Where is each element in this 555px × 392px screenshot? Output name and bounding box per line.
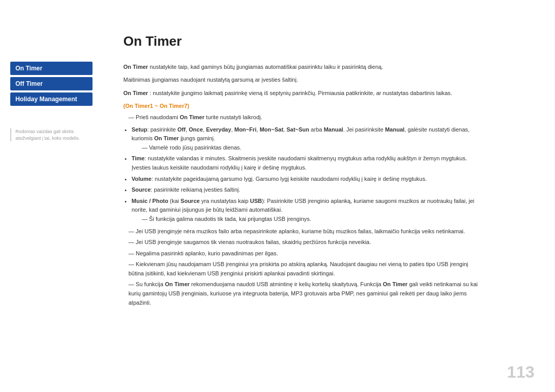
page-title: On Timer [123,31,483,52]
sub-dash-setup: Varnelė rodo jūsų pasirinktas dienas. [132,143,483,153]
bullet-list: Setup: pasirinkite Off, Once, Everyday, … [132,125,483,224]
on-timer-label-2: On Timer [123,90,148,96]
paragraph-1-text: nustatykite taip, kad gaminys būtų įjung… [150,64,383,70]
dash-6: Su funkcija On Timer rekomenduojama naud… [123,280,483,307]
dash-2: Jei USB įrenginyje nėra muzikos failo ar… [123,227,483,236]
section-header: (On Timer1 ~ On Timer7) [123,102,483,111]
sidebar-item-off-timer[interactable]: Off Timer [10,77,92,90]
bullet-volume: Volume: nustatykite pageidaujamą garsumo… [132,175,483,184]
dash-3: Jei USB įrenginyje saugamos tik vienas n… [123,238,483,247]
paragraph-1: On Timer nustatykite taip, kad gaminys b… [123,63,483,72]
dash-4: Negalima pasirinkti aplanko, kurio pavad… [123,249,483,258]
paragraph-2: Maitinimas įjungiamas naudojant nustatyt… [123,76,483,85]
dash-5: Kiekvienam jūsų naudojamam USB įrenginiu… [123,260,483,278]
paragraph-3-text: : nustatykite įjungimo laikmatį pasirink… [150,90,452,96]
sidebar: On Timer Off Timer Holiday Management Ro… [0,0,103,392]
sub-dash-usb: Ši funkcija galima naudotis tik tada, ka… [132,215,483,224]
page-number: 113 [507,363,534,382]
paragraph-3: On Timer : nustatykite įjungimo laikmatį… [123,89,483,98]
sidebar-item-holiday-management[interactable]: Holiday Management [10,92,92,106]
sidebar-note: Rodomas vaizdas gali skirtis atsižvelgia… [10,128,92,141]
note-dash-1: Prieš naudodami On Timer turite nustatyt… [123,113,483,122]
bullet-music-photo: Music / Photo (kai Source yra nustatytas… [132,197,483,224]
bullet-time: Time: nustatykite valandas ir minutes. S… [132,154,483,172]
sidebar-item-on-timer[interactable]: On Timer [10,62,92,75]
on-timer-label-1: On Timer [123,64,148,70]
bullet-source: Source: pasirinkite reikiamą įvesties ša… [132,185,483,195]
bullet-setup: Setup: pasirinkite Off, Once, Everyday, … [132,125,483,153]
content-body: On Timer On Timer nustatykite taip, kad … [123,31,483,307]
main-content: On Timer On Timer nustatykite taip, kad … [103,0,555,392]
